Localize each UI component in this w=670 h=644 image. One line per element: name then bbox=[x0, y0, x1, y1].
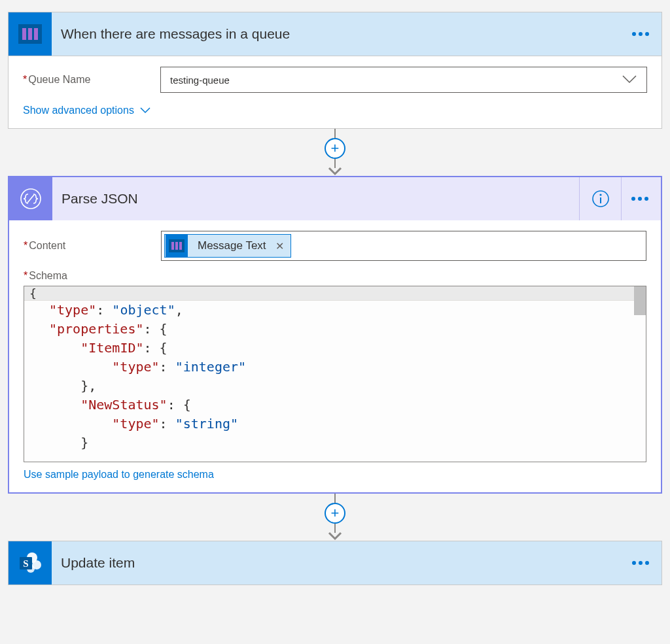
queue-icon bbox=[166, 235, 188, 257]
svg-rect-17 bbox=[175, 242, 178, 250]
chevron-down-icon bbox=[622, 75, 637, 86]
menu-dots-icon[interactable] bbox=[631, 196, 649, 201]
queue-name-row: *Queue Name testing-queue bbox=[23, 67, 647, 93]
parse-json-header[interactable]: Parse JSON bbox=[9, 177, 661, 220]
connector: + bbox=[8, 129, 662, 176]
svg-rect-3 bbox=[34, 28, 38, 40]
parse-json-title: Parse JSON bbox=[52, 177, 580, 220]
trigger-title: When there are messages in a queue bbox=[52, 26, 631, 42]
content-label: *Content bbox=[24, 240, 161, 252]
show-advanced-link[interactable]: Show advanced options bbox=[23, 105, 151, 116]
trigger-body: *Queue Name testing-queue Show advanced … bbox=[9, 56, 661, 128]
parse-json-card: Parse JSON *Content bbox=[8, 176, 662, 494]
chevron-down-icon bbox=[139, 107, 151, 114]
menu-dots-icon[interactable] bbox=[631, 31, 650, 37]
svg-point-12 bbox=[631, 197, 635, 201]
content-input[interactable]: Message Text ✕ bbox=[161, 231, 646, 261]
svg-rect-16 bbox=[171, 242, 174, 250]
queue-name-label: *Queue Name bbox=[23, 74, 160, 86]
update-item-title: Update item bbox=[52, 555, 631, 571]
svg-line-8 bbox=[27, 195, 34, 203]
dynamic-content-token[interactable]: Message Text ✕ bbox=[164, 234, 291, 258]
svg-point-5 bbox=[639, 32, 643, 36]
parse-json-body: *Content Message Text ✕ *Schem bbox=[9, 220, 661, 492]
svg-point-24 bbox=[632, 561, 636, 565]
code-braces-icon bbox=[9, 177, 52, 220]
close-icon[interactable]: ✕ bbox=[275, 240, 284, 252]
queue-icon bbox=[9, 12, 52, 56]
trigger-header[interactable]: When there are messages in a queue bbox=[9, 12, 661, 56]
trigger-card: When there are messages in a queue *Queu… bbox=[8, 12, 662, 129]
content-row: *Content Message Text ✕ bbox=[24, 231, 646, 261]
queue-name-select[interactable]: testing-queue bbox=[160, 67, 647, 93]
svg-rect-11 bbox=[600, 197, 601, 203]
svg-point-25 bbox=[639, 561, 643, 565]
arrow-icon bbox=[328, 168, 342, 176]
svg-text:S: S bbox=[23, 558, 28, 569]
svg-rect-18 bbox=[179, 242, 182, 250]
scrollbar-thumb[interactable] bbox=[634, 286, 646, 315]
update-item-header[interactable]: S Update item bbox=[9, 541, 661, 585]
schema-code[interactable]: "type": "object", "properties": { "ItemI… bbox=[24, 301, 646, 458]
queue-name-value: testing-queue bbox=[170, 75, 230, 86]
svg-point-10 bbox=[599, 194, 601, 195]
schema-label: *Schema bbox=[24, 270, 646, 282]
update-item-card: S Update item bbox=[8, 541, 662, 585]
svg-rect-1 bbox=[22, 28, 26, 40]
info-icon[interactable] bbox=[580, 177, 622, 220]
arrow-icon bbox=[328, 533, 342, 541]
add-step-button[interactable]: + bbox=[325, 503, 345, 524]
schema-editor[interactable]: { "type": "object", "properties": { "Ite… bbox=[24, 286, 646, 462]
menu-dots-icon[interactable] bbox=[631, 560, 650, 566]
svg-point-14 bbox=[644, 197, 648, 201]
svg-point-13 bbox=[638, 197, 642, 201]
add-step-button[interactable]: + bbox=[325, 138, 345, 159]
svg-point-26 bbox=[645, 561, 649, 565]
svg-point-4 bbox=[632, 32, 636, 36]
connector: + bbox=[8, 494, 662, 541]
svg-rect-2 bbox=[28, 28, 32, 40]
sharepoint-icon: S bbox=[9, 541, 52, 585]
svg-point-6 bbox=[645, 32, 649, 36]
use-sample-payload-link[interactable]: Use sample payload to generate schema bbox=[24, 469, 214, 481]
token-label: Message Text bbox=[188, 239, 275, 252]
